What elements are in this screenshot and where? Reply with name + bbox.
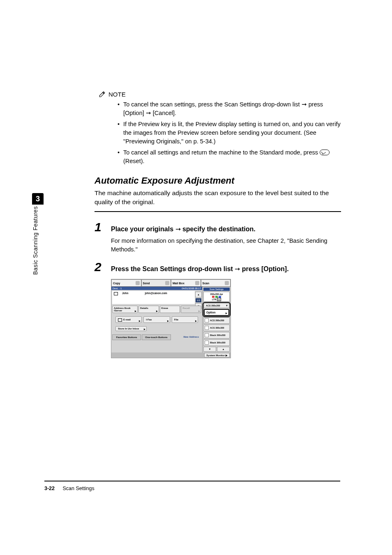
- tab-label: Send: [143, 282, 150, 285]
- scroll-up-button[interactable]: ▲: [195, 292, 202, 297]
- destination-row[interactable]: John john@canon.com: [112, 291, 195, 304]
- device-screenshot: Copy Send Mail Box Scan Dest. : 1 04/01/…: [111, 279, 231, 358]
- tab-scan[interactable]: Scan: [201, 279, 231, 287]
- scan-icon: [225, 281, 229, 285]
- label: ACS 300x300: [210, 327, 224, 329]
- selected-mode: ACS 200x200: [206, 304, 220, 307]
- chevron-right-icon: ▶: [135, 310, 136, 312]
- copy-icon: [136, 281, 140, 285]
- arrow-icon: ➞: [175, 226, 181, 233]
- scroll-up-button[interactable]: ▲: [217, 347, 230, 352]
- highlighted-group: ACS 200x200 ▼ Option ▶: [203, 303, 230, 316]
- step-number: 1: [95, 221, 105, 233]
- text: Press the Scan Settings drop-down list: [111, 265, 235, 272]
- scan-settings-pane: Scan Settings 200x200 dpi LTR ▭ ACS 200x…: [202, 287, 231, 352]
- file-button[interactable]: File▶: [172, 316, 198, 323]
- tab-copy[interactable]: Copy: [111, 279, 141, 287]
- recall-button[interactable]: Recall▶: [181, 306, 201, 313]
- scan-settings-dropdown[interactable]: ACS 200x200 ▼: [204, 303, 229, 308]
- mode-scroll: ▼ ▲: [203, 347, 230, 352]
- chevron-right-icon: ▶: [198, 310, 200, 312]
- triangle-down-icon: ▼: [226, 304, 228, 307]
- label: Black 300x300: [210, 341, 226, 344]
- step-title: Place your originals ➞ specify the desti…: [111, 225, 256, 233]
- paper-size: LTR: [212, 298, 216, 301]
- main-content: NOTE To cancel the scan settings, press …: [95, 90, 341, 358]
- mode-item-black200[interactable]: Black 200x200: [203, 332, 230, 339]
- text: specify the destination.: [181, 226, 256, 233]
- arrow-icon: ➞: [302, 101, 307, 108]
- mode-item-acs200[interactable]: ACS 200x200: [203, 317, 230, 324]
- label: Recall: [182, 307, 190, 309]
- resolution-value: 200x200 dpi: [205, 293, 228, 295]
- note-bullets: To cancel the scan settings, press the S…: [95, 100, 341, 166]
- mode-item-acs300[interactable]: ACS 300x300: [203, 325, 230, 331]
- system-monitor-button[interactable]: System Monitor ▶: [204, 353, 230, 357]
- store-inbox-button[interactable]: Store In Usr Inbox▶: [115, 326, 147, 331]
- label: Address Book /Server: [114, 307, 131, 312]
- dest-name: John: [122, 292, 129, 295]
- timestamp: 04/01/2008 08:17: [182, 287, 201, 290]
- label: ACS 200x200: [210, 319, 224, 322]
- chevron-right-icon: ▶: [167, 320, 169, 322]
- tab-send[interactable]: Send: [141, 279, 171, 287]
- step-2: 2 Press the Scan Settings drop-down list…: [95, 261, 341, 273]
- chevron-right-icon: ▶: [226, 312, 227, 314]
- send-type-row: E-mail▶ I-Fax▶ File▶: [111, 314, 202, 325]
- note-bullet-2: If the Preview key is lit, the Preview d…: [123, 120, 341, 146]
- details-button[interactable]: Details▶: [138, 306, 159, 313]
- arrow-icon: ➞: [146, 110, 151, 116]
- text: (Reset).: [123, 158, 145, 164]
- label: Store In Usr Inbox: [118, 327, 139, 330]
- erase-button[interactable]: Erase: [160, 306, 180, 313]
- ifax-button[interactable]: I-Fax▶: [143, 316, 170, 323]
- destination-bar: Dest. : 1 04/01/2008 08:17: [111, 287, 202, 290]
- tab-label: Copy: [113, 282, 120, 285]
- tab-label: Mail Box: [173, 282, 184, 285]
- swatch-icon: [205, 333, 209, 337]
- page-number: 3-22: [44, 486, 55, 491]
- label: Black 200x200: [210, 334, 226, 336]
- label: File: [174, 318, 178, 321]
- one-touch-button[interactable]: One-touch Buttons: [142, 334, 171, 340]
- mode-item-black300[interactable]: Black 300x300: [203, 339, 230, 346]
- step-1: 1 Place your originals ➞ specify the des…: [95, 221, 341, 233]
- section-intro: The machine automatically adjusts the sc…: [95, 189, 341, 206]
- label: System Monitor: [206, 354, 225, 357]
- reset-icon: [320, 150, 330, 155]
- label: Details: [140, 307, 148, 309]
- tab-label: Scan: [203, 282, 210, 285]
- option-button[interactable]: Option ▶: [204, 309, 229, 316]
- chevron-right-icon: ▶: [195, 320, 197, 322]
- swatch-icon: [205, 326, 209, 330]
- swatch-icon: [205, 341, 209, 345]
- text: press [Option].: [240, 265, 288, 272]
- scroll-down-button[interactable]: ▼: [203, 347, 216, 352]
- dest-address: john@canon.com: [145, 292, 167, 295]
- chapter-tab: 3: [32, 193, 44, 205]
- favorites-button[interactable]: Favorites Buttons: [112, 334, 141, 340]
- step-title: Press the Scan Settings drop-down list ➞…: [111, 265, 289, 273]
- top-tabs: Copy Send Mail Box Scan: [111, 279, 231, 287]
- page-indicator: 1/1: [196, 298, 201, 302]
- note-label: NOTE: [108, 91, 126, 98]
- chevron-right-icon: ▶: [144, 328, 145, 330]
- action-row: Address Book /Server▶ Details▶ Erase Rec…: [111, 305, 202, 314]
- address-book-button[interactable]: Address Book /Server▶: [112, 306, 138, 313]
- new-address-link[interactable]: New Address: [172, 334, 201, 340]
- tab-mailbox[interactable]: Mail Box: [171, 279, 201, 287]
- store-row: Store In Usr Inbox▶: [111, 325, 202, 334]
- page-footer: 3-22 Scan Settings: [44, 486, 95, 491]
- dest-count: Dest. : 1: [113, 287, 122, 290]
- step-number: 2: [95, 261, 105, 273]
- text: Place your originals: [111, 226, 175, 233]
- mailbox-icon: [195, 281, 199, 285]
- email-button[interactable]: E-mail▶: [115, 316, 142, 323]
- chevron-right-icon: ▶: [139, 320, 141, 322]
- send-icon: [165, 281, 169, 285]
- note-bullet-1: To cancel the scan settings, press the S…: [123, 100, 341, 117]
- scan-settings-header: Scan Settings: [203, 288, 230, 291]
- label: E-mail: [123, 318, 131, 321]
- divider: [95, 211, 341, 212]
- scan-settings-summary: 200x200 dpi LTR ▭: [203, 292, 230, 302]
